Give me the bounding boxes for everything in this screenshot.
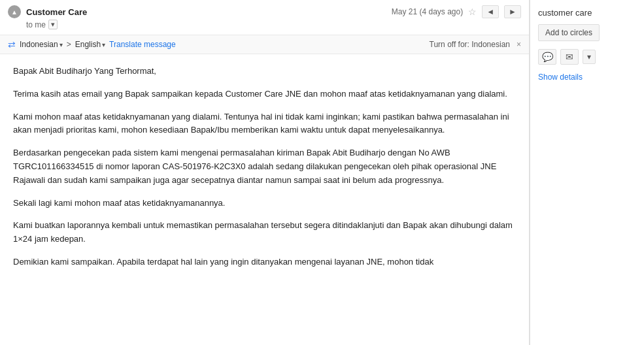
prev-email-button[interactable]: ◄	[482, 5, 499, 18]
sender-info: ▲ Customer Care to me ▾	[8, 5, 87, 29]
chat-icon-button[interactable]: 💬	[538, 49, 556, 65]
translate-bar: ⇄ Indonesian ▾ > English ▾ Translate mes…	[0, 35, 529, 54]
turn-off-label: Turn off for: Indonesian	[430, 40, 510, 49]
header-actions: May 21 (4 days ago) ☆ ◄ ►	[392, 5, 521, 18]
paragraph-3: Berdasarkan pengecekan pada sistem kami …	[13, 146, 516, 187]
target-lang-label: English	[75, 40, 101, 49]
paragraph-5: Kami buatkan laporannya kembali untuk me…	[13, 219, 516, 246]
avatar: ▲	[8, 5, 21, 18]
sidebar-actions: 💬 ✉ ▾	[538, 49, 596, 65]
translate-icon: ⇄	[8, 39, 16, 50]
paragraph-4: Sekali lagi kami mohon maaf atas ketidak…	[13, 197, 516, 210]
next-email-button[interactable]: ►	[504, 5, 521, 18]
target-language-button[interactable]: English ▾	[75, 40, 105, 49]
mail-icon-button[interactable]: ✉	[560, 49, 579, 65]
email-header: ▲ Customer Care to me ▾ May 21 (4 days a…	[0, 0, 529, 35]
paragraph-1: Terima kasih atas email yang Bapak sampa…	[13, 88, 516, 101]
paragraph-6: Demikian kami sampaikan. Apabila terdapa…	[13, 255, 516, 269]
target-lang-dropdown-arrow: ▾	[102, 41, 105, 48]
mail-icon: ✉	[566, 52, 573, 62]
star-icon[interactable]: ☆	[468, 7, 477, 17]
add-to-circles-button[interactable]: Add to circles	[538, 24, 600, 41]
lang-direction-arrow: >	[67, 40, 71, 49]
greeting: Bapak Abit Budiharjo Yang Terhormat,	[13, 65, 516, 78]
to-label: to me	[26, 20, 46, 29]
paragraph-2: Kami mohon maaf atas ketidaknyamanan yan…	[13, 110, 516, 138]
sidebar-contact-name: customer care	[538, 8, 592, 18]
show-details-link[interactable]: Show details	[538, 73, 583, 82]
right-sidebar: customer care Add to circles 💬 ✉ ▾ Show …	[530, 0, 644, 345]
email-date: May 21 (4 days ago)	[392, 7, 463, 16]
email-panel: ▲ Customer Care to me ▾ May 21 (4 days a…	[0, 0, 530, 345]
sender-name: Customer Care	[26, 7, 87, 17]
turn-off-close-button[interactable]: ×	[517, 40, 521, 49]
to-dropdown-btn[interactable]: ▾	[48, 20, 58, 29]
source-lang-dropdown-arrow: ▾	[59, 41, 63, 48]
email-body: Bapak Abit Budiharjo Yang Terhormat, Ter…	[0, 54, 529, 345]
more-options-button[interactable]: ▾	[583, 50, 596, 64]
source-language-button[interactable]: Indonesian ▾	[20, 40, 63, 49]
chat-icon: 💬	[542, 52, 553, 62]
sender-row: ▲ Customer Care	[8, 5, 87, 18]
avatar-initial: ▲	[11, 8, 18, 16]
to-row: to me ▾	[26, 20, 87, 29]
translate-message-link[interactable]: Translate message	[109, 40, 176, 49]
source-lang-label: Indonesian	[20, 40, 58, 49]
